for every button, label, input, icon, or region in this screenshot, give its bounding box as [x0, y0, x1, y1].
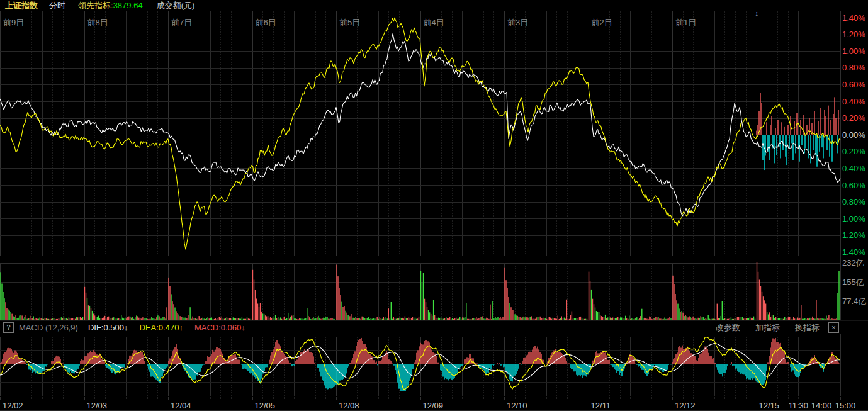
leading-histogram: [756, 93, 838, 170]
date-axis-label: 12/05: [255, 401, 276, 410]
indicator-toolbar: ? MACD (12,26,9) DIF:0.500↓ DEA:0.470↑ M…: [0, 320, 868, 334]
pane-splitter-thumb-icon[interactable]: ↕: [753, 9, 760, 18]
day-top-label: 前2日: [592, 18, 612, 27]
day-top-label: 前6日: [256, 18, 276, 27]
date-axis-label: 12/15: [759, 401, 780, 410]
percent-tick-label: 0.20%: [842, 147, 865, 156]
percent-tick-label: 0.60%: [842, 181, 865, 190]
help-icon[interactable]: ?: [3, 322, 14, 333]
percent-tick-label: 0.80%: [842, 197, 865, 206]
percent-tick-label: 1.20%: [842, 30, 865, 39]
day-top-label: 前5日: [339, 18, 360, 27]
date-axis-label: 12/02: [3, 401, 23, 410]
session-time-label: 15:00: [835, 401, 856, 410]
date-axis-label: 12/11: [591, 401, 611, 410]
percent-tick-label: 1.40%: [842, 247, 865, 257]
date-axis-label: 12/03: [87, 401, 108, 410]
day-top-label: 前7日: [171, 18, 192, 27]
switch-indicator-button[interactable]: 换指标: [795, 322, 820, 334]
volume-tick-label: 155亿: [842, 278, 864, 287]
volume-tick-label: 77.4亿: [842, 296, 866, 306]
percent-tick-label: 0.00%: [842, 130, 865, 140]
day-top-label: 前9日: [3, 18, 24, 27]
trading-app-window: 上证指数 分时 领先指标: 3879.64 成交额(元) 前9日前8日前7日前6…: [0, 0, 868, 411]
day-top-label: 前3日: [507, 18, 528, 27]
date-axis-label: 12/04: [171, 401, 191, 410]
date-axis-label: 12/12: [675, 401, 696, 410]
session-time-label: 14:00: [811, 401, 832, 410]
date-axis-label: 12/10: [507, 401, 527, 410]
add-indicator-button[interactable]: 加指标: [755, 322, 780, 334]
day-top-label: 前4日: [424, 18, 444, 27]
percent-tick-label: 1.00%: [842, 214, 865, 223]
macd-value: MACD:0.060↓: [194, 323, 245, 332]
change-params-button[interactable]: 改参数: [716, 322, 740, 334]
percent-tick-label: 0.80%: [842, 63, 865, 72]
day-top-label: 前8日: [87, 18, 108, 27]
day-top-label: 前1日: [675, 18, 696, 27]
percent-tick-label: 1.00%: [842, 47, 865, 56]
dif-value: DIF:0.500↓: [88, 323, 128, 332]
percent-tick-label: 0.40%: [842, 97, 865, 106]
date-axis-label: 12/08: [339, 401, 359, 410]
percent-tick-label: 1.40%: [842, 13, 865, 23]
dea-value: DEA:0.470↑: [140, 323, 183, 332]
indicator-name[interactable]: MACD (12,26,9): [19, 323, 78, 332]
chart-canvas[interactable]: 前9日前8日前7日前6日前5日前4日前3日前2日前1日1.40%1.20%1.0…: [0, 0, 868, 411]
percent-tick-label: 0.20%: [842, 113, 865, 123]
percent-tick-label: 1.20%: [842, 230, 865, 240]
session-time-label: 11:30: [788, 401, 808, 410]
percent-tick-label: 0.60%: [842, 80, 865, 89]
close-indicator-icon[interactable]: ×: [828, 322, 839, 333]
date-axis-label: 12/09: [423, 401, 444, 410]
volume-tick-label: 232亿: [842, 258, 864, 267]
percent-tick-label: 0.40%: [842, 164, 865, 173]
